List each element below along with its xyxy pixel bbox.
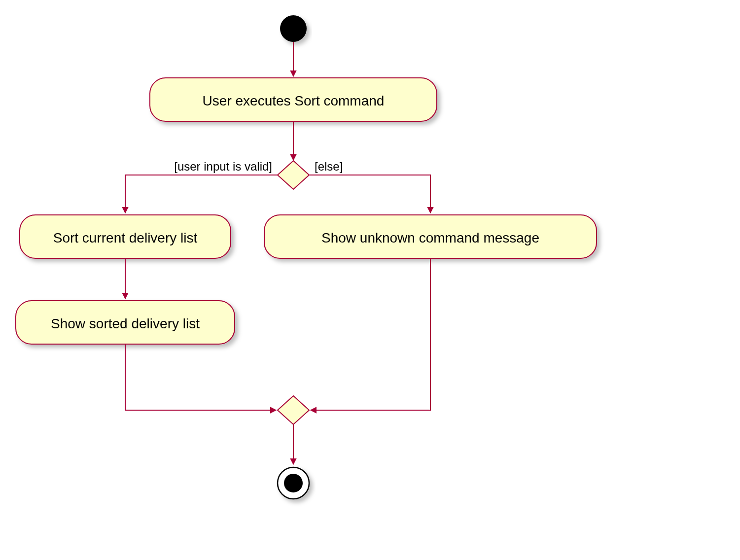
edge-decision-a4 [309,175,430,213]
edge-a3-merge [125,344,276,410]
activity-label: Sort current delivery list [53,230,198,245]
activity-label: Show unknown command message [321,230,539,245]
edge-a4-merge [311,258,430,410]
initial-node [280,15,307,42]
activity-label: User executes Sort command [203,93,385,108]
decision-node [278,161,309,189]
activity-label: Show sorted delivery list [51,316,200,331]
svg-point-1 [284,474,303,492]
guard-else: [else] [315,160,343,173]
activity-diagram: User executes Sort command [user input i… [0,0,740,560]
edge-decision-a2 [125,175,278,213]
merge-node [278,396,309,424]
guard-valid: [user input is valid] [174,160,272,173]
final-node [278,467,309,499]
